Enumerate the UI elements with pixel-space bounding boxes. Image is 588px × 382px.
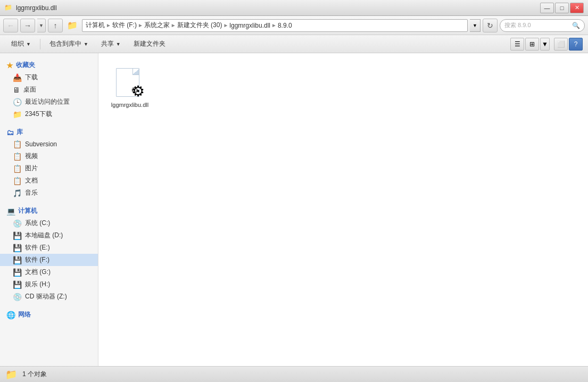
file-item-dll[interactable]: ⚙ ⚙ lggmrgxlibu.dll — [109, 63, 151, 112]
sidebar-item-subversion[interactable]: 📋 Subversion — [0, 138, 98, 150]
video-icon: 📋 — [13, 152, 22, 161]
subversion-icon: 📋 — [13, 140, 22, 148]
breadcrumb-part-1: 计算机 — [86, 21, 105, 30]
recent-icon: 🕒 — [13, 98, 22, 106]
computer-section-icon: 💻 — [6, 207, 15, 215]
breadcrumb-sep-2: ► — [138, 22, 143, 28]
sidebar-item-music[interactable]: 🎵 音乐 — [0, 187, 98, 199]
refresh-button[interactable]: ↻ — [483, 19, 498, 32]
search-icon[interactable]: 🔍 — [572, 22, 580, 29]
breadcrumb-sep-3: ► — [171, 22, 176, 28]
sidebar-item-pictures[interactable]: 📋 图片 — [0, 162, 98, 175]
new-folder-button[interactable]: 新建文件夹 — [128, 37, 171, 51]
toolbar: 组织 ▼ 包含到库中 ▼ 共享 ▼ 新建文件夹 ☰ ⊞ ▼ ⬜ ? — [0, 35, 588, 53]
breadcrumb-sep-5: ► — [271, 22, 277, 28]
file-label: lggmrgxlibu.dll — [111, 102, 148, 108]
file-icon-wrapper: ⚙ ⚙ — [114, 68, 146, 99]
breadcrumb-sep-4: ► — [223, 22, 228, 28]
share-dropdown-icon: ▼ — [116, 41, 121, 47]
breadcrumb-sep-1: ► — [106, 22, 111, 28]
main-layout: ★ 收藏夹 📥 下载 🖥 桌面 🕒 最近访问的位置 📁 2345下载 🗂 库 📋… — [0, 53, 588, 366]
sidebar-item-recent[interactable]: 🕒 最近访问的位置 — [0, 96, 98, 108]
preview-pane-button[interactable]: ⬜ — [554, 38, 568, 51]
download-icon: 📥 — [13, 73, 22, 82]
minimize-button[interactable]: — — [540, 3, 554, 13]
view-icons: ☰ ⊞ ▼ ⬜ ? — [510, 38, 583, 51]
title-bar-text: lggmrgxlibu.dll — [16, 4, 57, 12]
sidebar: ★ 收藏夹 📥 下载 🖥 桌面 🕒 最近访问的位置 📁 2345下载 🗂 库 📋… — [0, 53, 98, 366]
folder-nav-icon: 📁 — [67, 20, 78, 30]
library-section-icon: 🗂 — [6, 128, 14, 137]
small-gear-icon: ⚙ — [131, 86, 138, 95]
nav-history-dropdown[interactable]: ▼ — [37, 19, 46, 32]
breadcrumb-part-6: 8.9.0 — [278, 22, 292, 29]
include-library-button[interactable]: 包含到库中 ▼ — [44, 37, 94, 51]
sidebar-item-desktop[interactable]: 🖥 桌面 — [0, 84, 98, 96]
library-dropdown-icon: ▼ — [84, 41, 88, 47]
title-bar-left: 📁 lggmrgxlibu.dll — [4, 4, 57, 12]
folder-2345-icon: 📁 — [13, 110, 22, 119]
status-folder-icon: 📁 — [5, 369, 17, 380]
drive-f-icon: 💾 — [13, 256, 22, 264]
sidebar-section-library: 🗂 库 — [0, 124, 98, 138]
help-button[interactable]: ? — [569, 38, 583, 51]
share-button[interactable]: 共享 ▼ — [95, 37, 127, 51]
back-button[interactable]: ← — [3, 19, 18, 32]
sidebar-item-drive-g[interactable]: 💾 文档 (G:) — [0, 266, 98, 278]
content-area: ⚙ ⚙ lggmrgxlibu.dll — [98, 53, 588, 366]
corner-fold — [132, 69, 139, 75]
sidebar-item-drive-d[interactable]: 💾 本地磁盘 (D:) — [0, 229, 98, 242]
drive-z-icon: 💿 — [13, 293, 22, 301]
search-placeholder: 搜索 8.9.0 — [504, 21, 531, 29]
title-bar: 📁 lggmrgxlibu.dll — □ ✕ — [0, 0, 588, 16]
breadcrumb-dropdown[interactable]: ▼ — [470, 19, 481, 32]
window-icon: 📁 — [4, 4, 13, 12]
sidebar-item-video[interactable]: 📋 视频 — [0, 150, 98, 162]
sidebar-section-computer: 💻 计算机 — [0, 203, 98, 217]
status-bar: 📁 1 个对象 — [0, 366, 588, 382]
title-bar-controls: — □ ✕ — [540, 3, 584, 13]
up-button[interactable]: ↑ — [48, 19, 63, 32]
view-icons-button[interactable]: ⊞ — [525, 38, 539, 51]
status-count: 1 个对象 — [22, 370, 47, 379]
sidebar-item-drive-h[interactable]: 💾 娱乐 (H:) — [0, 278, 98, 290]
breadcrumb-part-5: lggmrgxlibu.dll — [229, 22, 270, 29]
breadcrumb[interactable]: 计算机 ► 软件 (F:) ► 系统之家 ► 新建文件夹 (30) ► lggm… — [82, 19, 468, 32]
forward-button[interactable]: → — [20, 19, 35, 32]
sidebar-item-drive-c[interactable]: 💿 系统 (C:) — [0, 217, 98, 229]
drive-e-icon: 💾 — [13, 244, 22, 252]
sidebar-item-drive-z[interactable]: 💿 CD 驱动器 (Z:) — [0, 290, 98, 303]
sidebar-item-drive-e[interactable]: 💾 软件 (E:) — [0, 242, 98, 254]
dll-icon: ⚙ ⚙ — [116, 68, 144, 99]
sidebar-item-drive-f[interactable]: 💾 软件 (F:) — [0, 254, 98, 266]
view-details-button[interactable]: ☰ — [510, 38, 524, 51]
organize-dropdown-icon: ▼ — [26, 41, 31, 47]
network-section-icon: 🌐 — [6, 311, 15, 319]
organize-button[interactable]: 组织 ▼ — [5, 37, 37, 51]
documents-icon: 📋 — [13, 177, 22, 185]
drive-c-icon: 💿 — [13, 219, 22, 228]
sidebar-section-network: 🌐 网络 — [0, 307, 98, 321]
drive-g-icon: 💾 — [13, 268, 22, 277]
sidebar-item-download[interactable]: 📥 下载 — [0, 71, 98, 84]
breadcrumb-part-2: 软件 (F:) — [112, 21, 137, 30]
search-box[interactable]: 搜索 8.9.0 🔍 — [500, 19, 585, 32]
maximize-button[interactable]: □ — [555, 3, 569, 13]
nav-bar: ← → ▼ ↑ 📁 计算机 ► 软件 (F:) ► 系统之家 ► 新建文件夹 (… — [0, 16, 588, 35]
toolbar-separator-1 — [40, 39, 40, 49]
sidebar-section-favorites: ★ 收藏夹 — [0, 57, 98, 71]
music-icon: 🎵 — [13, 189, 22, 197]
desktop-icon: 🖥 — [13, 86, 20, 94]
sidebar-item-2345download[interactable]: 📁 2345下载 — [0, 108, 98, 120]
pictures-icon: 📋 — [13, 164, 22, 173]
breadcrumb-part-3: 系统之家 — [144, 21, 170, 30]
star-icon: ★ — [6, 61, 13, 70]
breadcrumb-part-4: 新建文件夹 (30) — [177, 21, 222, 30]
view-dropdown-button[interactable]: ▼ — [540, 38, 550, 51]
close-button[interactable]: ✕ — [570, 3, 584, 13]
drive-d-icon: 💾 — [13, 231, 22, 240]
drive-h-icon: 💾 — [13, 280, 22, 289]
sidebar-item-documents[interactable]: 📋 文档 — [0, 175, 98, 187]
